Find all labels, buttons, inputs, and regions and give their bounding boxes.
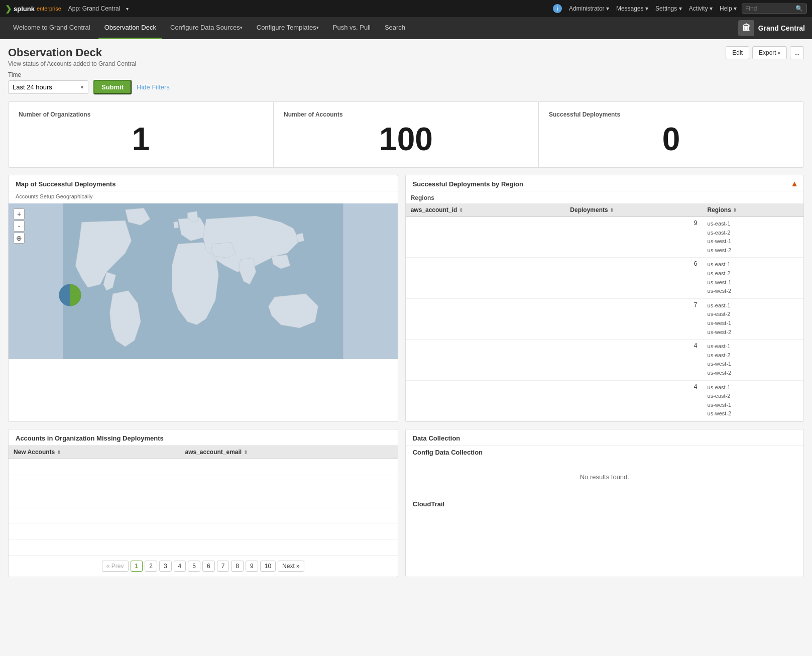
enterprise-text: enterprise: [37, 6, 61, 12]
find-input[interactable]: [745, 5, 795, 12]
map-panel-title: Map of Successful Deployments: [9, 175, 398, 191]
top-bar-nav: i Administrator ▾ Messages ▾ Settings ▾ …: [553, 4, 737, 13]
page-6-button[interactable]: 6: [202, 561, 215, 572]
table-row: 7 us-east-1us-east-2us-west-1us-west-2: [406, 298, 803, 339]
stat-deployments: Successful Deployments 0: [539, 102, 803, 167]
find-box[interactable]: 🔍: [742, 4, 807, 14]
locate-button[interactable]: ⊕: [14, 233, 25, 244]
app-name: App: Grand Central: [68, 5, 120, 12]
time-label: Time: [8, 71, 804, 78]
col-deployments[interactable]: Deployments ⇕: [565, 203, 702, 217]
filters-section: Time Last 24 hours Submit Hide Filters: [8, 71, 804, 94]
table-row: [9, 507, 398, 523]
cell-regions: us-east-1us-east-2us-west-1us-west-2: [703, 217, 803, 258]
activity-menu[interactable]: Activity ▾: [689, 5, 713, 12]
page-2-button[interactable]: 2: [145, 561, 157, 572]
page-header: Observation Deck View status of Accounts…: [8, 46, 804, 67]
cell-regions: us-east-1us-east-2us-west-1us-west-2: [703, 298, 803, 339]
stat-organizations-label: Number of Organizations: [19, 111, 263, 118]
submit-button[interactable]: Submit: [93, 80, 132, 94]
page-subtitle: View status of Accounts added to Grand C…: [8, 60, 136, 67]
panels-row-top: Map of Successful Deployments Accounts S…: [8, 175, 804, 422]
zoom-out-button[interactable]: -: [14, 221, 25, 232]
zoom-in-button[interactable]: +: [14, 208, 25, 220]
grand-central-badge: 🏛 Grand Central: [738, 20, 805, 36]
table-row: [9, 491, 398, 507]
col-account-email[interactable]: aws_account_email ⇕: [180, 446, 397, 459]
app-dropdown-icon[interactable]: ▾: [126, 6, 129, 12]
messages-menu[interactable]: Messages ▾: [616, 5, 648, 12]
page-8-button[interactable]: 8: [231, 561, 244, 572]
cell-deployments: 9: [565, 217, 702, 258]
pagination: « Prev 1 2 3 4 5 6 7 8 9 10 Next »: [9, 556, 398, 577]
page-7-button[interactable]: 7: [217, 561, 229, 572]
main-content: Observation Deck View status of Accounts…: [0, 39, 812, 584]
col-regions[interactable]: Regions ⇕: [703, 203, 803, 217]
no-results: No results found.: [406, 458, 803, 496]
admin-menu[interactable]: Administrator ▾: [569, 5, 609, 12]
nav-configure-data-sources[interactable]: Configure Data Sources ▾: [164, 17, 249, 39]
nav-configure-templates[interactable]: Configure Templates ▾: [251, 17, 325, 39]
info-icon: i: [553, 4, 562, 13]
map-pie: [56, 281, 84, 310]
warning-icon: ▲: [790, 179, 798, 188]
filters-row: Last 24 hours Submit Hide Filters: [8, 80, 804, 94]
prev-page-button[interactable]: « Prev: [102, 561, 129, 572]
cell-account: [406, 340, 565, 380]
edit-button[interactable]: Edit: [726, 46, 749, 59]
stat-organizations: Number of Organizations 1: [9, 102, 274, 167]
nav-push-vs-pull[interactable]: Push vs. Pull: [327, 17, 377, 39]
map-panel: Map of Successful Deployments Accounts S…: [8, 175, 398, 422]
nav-welcome[interactable]: Welcome to Grand Central: [7, 17, 96, 39]
nav-observation-deck[interactable]: Observation Deck: [98, 17, 162, 39]
page-9-button[interactable]: 9: [246, 561, 258, 572]
page-1-button[interactable]: 1: [131, 561, 143, 572]
nav-search[interactable]: Search: [379, 17, 411, 39]
deployments-panel: Successful Deployments by Region ▲ Regio…: [405, 175, 804, 422]
stats-row: Number of Organizations 1 Number of Acco…: [8, 101, 804, 168]
table-row: [9, 539, 398, 555]
cell-account: [406, 298, 565, 339]
map-panel-subtitle: Accounts Setup Geographically: [9, 191, 398, 203]
page-10-button[interactable]: 10: [260, 561, 276, 572]
map-controls: + - ⊕: [14, 208, 25, 244]
page-5-button[interactable]: 5: [188, 561, 200, 572]
page-3-button[interactable]: 3: [159, 561, 172, 572]
table-row: [9, 459, 398, 475]
page-4-button[interactable]: 4: [174, 561, 186, 572]
settings-menu[interactable]: Settings ▾: [655, 5, 682, 12]
gc-icon: 🏛: [738, 20, 754, 36]
table-row: [9, 475, 398, 491]
regions-label: Regions: [406, 191, 803, 203]
table-row: 4 us-east-1us-east-2us-west-1us-west-2: [406, 340, 803, 380]
col-new-accounts[interactable]: New Accounts ⇕: [9, 446, 180, 459]
search-icon: 🔍: [795, 5, 803, 12]
table-row: 6 us-east-1us-east-2us-west-1us-west-2: [406, 258, 803, 298]
table-row: [9, 523, 398, 539]
cell-deployments: 7: [565, 298, 702, 339]
map-container[interactable]: + - ⊕: [9, 203, 398, 359]
cell-deployments: 6: [565, 258, 702, 298]
help-menu[interactable]: Help ▾: [720, 5, 737, 12]
next-page-button[interactable]: Next »: [278, 561, 304, 572]
missing-table: New Accounts ⇕ aws_account_email ⇕: [9, 446, 398, 556]
time-select[interactable]: Last 24 hours: [8, 80, 88, 94]
splunk-text: splunk: [14, 5, 35, 13]
col-account-id[interactable]: aws_account_id ⇕: [406, 203, 565, 217]
cell-account: [406, 380, 565, 421]
table-row: 4 us-east-1us-east-2us-west-1us-west-2: [406, 380, 803, 421]
data-collection-panel: Data Collection Config Data Collection N…: [405, 429, 804, 577]
stat-accounts-value: 100: [284, 123, 528, 155]
splunk-logo: ❯ splunk enterprise: [5, 4, 61, 14]
missing-panel-title: Accounts in Organization Missing Deploym…: [9, 429, 398, 446]
export-button[interactable]: Export ▾: [752, 46, 787, 59]
cell-regions: us-east-1us-east-2us-west-1us-west-2: [703, 258, 803, 298]
table-row: 9 us-east-1us-east-2us-west-1us-west-2: [406, 217, 803, 258]
page-title: Observation Deck: [8, 46, 136, 59]
time-select-wrapper[interactable]: Last 24 hours: [8, 80, 88, 94]
hide-filters-link[interactable]: Hide Filters: [137, 83, 170, 91]
stat-deployments-label: Successful Deployments: [549, 111, 793, 118]
top-bar: ❯ splunk enterprise App: Grand Central ▾…: [0, 0, 812, 17]
cloudtrail-label: CloudTrail: [406, 496, 803, 512]
more-button[interactable]: ...: [790, 46, 804, 59]
